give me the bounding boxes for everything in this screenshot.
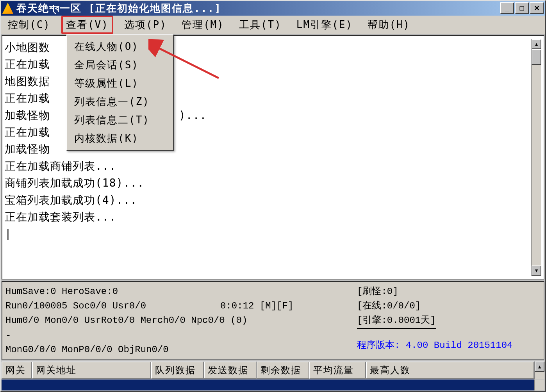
log-cursor: | (5, 225, 531, 242)
th-gateway[interactable]: 网关 (2, 362, 32, 379)
window-controls: _ □ ✕ (500, 2, 544, 14)
status-spawn: [刷怪:0] (357, 284, 541, 299)
menu-help[interactable]: 帮助(H) (364, 16, 414, 33)
log-line: 商铺列表加载成功(18)... (5, 175, 531, 191)
status-line: Run0/100005 Soc0/0 Usr0/00:0:12 [M][F] (5, 299, 353, 313)
th-max-users[interactable]: 最高人数 (366, 362, 534, 379)
status-line: Hum0/0 Mon0/0 UsrRot0/0 Merch0/0 Npc0/0 … (5, 313, 353, 328)
log-scrollbar[interactable]: ▲ ▼ (531, 39, 541, 276)
minimize-button[interactable]: _ (500, 2, 514, 14)
th-address[interactable]: 网关地址 (32, 362, 151, 379)
table-scrollbar[interactable]: ▲ (534, 362, 544, 379)
log-line: 正在加载商铺列表... (5, 158, 531, 175)
scroll-track[interactable] (532, 49, 541, 265)
table-row[interactable] (2, 380, 534, 390)
window-title: 吞天绝শ্ব一区 [正在初始化地图信息...] (16, 2, 500, 15)
titlebar: 吞天绝শ্ব一区 [正在初始化地图信息...] _ □ ✕ (1, 1, 545, 16)
menu-lm-engine[interactable]: LM引擎(E) (293, 16, 357, 33)
table-header-row: 网关 网关地址 队列数据 发送数据 剩余数据 平均流量 最高人数 (2, 362, 534, 379)
menubar: 控制(C) 查看(V) 选项(P) 管理(M) 工具(T) LM引擎(E) 帮助… (1, 16, 545, 34)
menu-manage[interactable]: 管理(M) (178, 16, 228, 33)
menu-options[interactable]: 选项(P) (120, 16, 171, 33)
status-line: - (5, 328, 353, 342)
dropdown-global-session[interactable]: 全局会话(S) (67, 56, 173, 74)
status-panel: HumSave:0 HeroSave:0 Run0/100005 Soc0/0 … (2, 281, 544, 360)
maximize-button[interactable]: □ (515, 2, 529, 14)
version-label: 程序版本: 4.00 Build 20151104 (357, 338, 541, 353)
log-line: 正在加载套装列表... (5, 208, 531, 225)
status-line: HumSave:0 HeroSave:0 (5, 284, 353, 299)
dropdown-online-chars[interactable]: 在线人物(O) (67, 37, 173, 56)
dropdown-list-info-1[interactable]: 列表信息一(Z) (67, 93, 173, 111)
th-remain[interactable]: 剩余数据 (257, 362, 309, 379)
gateway-table: 网关 网关地址 队列数据 发送数据 剩余数据 平均流量 最高人数 ▲ (2, 362, 544, 379)
th-queue[interactable]: 队列数据 (151, 362, 204, 379)
scroll-up-icon[interactable]: ▲ (535, 362, 544, 372)
app-icon (2, 3, 13, 14)
log-line: 宝箱列表加载成功(4)... (5, 192, 531, 208)
status-right: [刷怪:0] [在线:0/0/0] [引擎:0.0001天] 程序版本: 4.0… (353, 284, 541, 357)
status-left: HumSave:0 HeroSave:0 Run0/100005 Soc0/0 … (5, 284, 353, 357)
dropdown-level-attrs[interactable]: 等级属性(L) (67, 74, 173, 93)
close-button[interactable]: ✕ (530, 2, 544, 14)
scroll-thumb[interactable] (532, 49, 541, 65)
scroll-down-icon[interactable]: ▼ (532, 265, 541, 276)
th-send[interactable]: 发送数据 (204, 362, 257, 379)
status-engine: [引擎:0.0001天] (357, 313, 541, 328)
th-avg-flow[interactable]: 平均流量 (309, 362, 366, 379)
view-dropdown: 在线人物(O) 全局会话(S) 等级属性(L) 列表信息一(Z) 列表信息二(T… (66, 34, 174, 151)
scroll-up-icon[interactable]: ▲ (532, 39, 541, 49)
table-body (2, 380, 544, 390)
menu-tools[interactable]: 工具(T) (235, 16, 285, 33)
status-line: MonG0/0/0 MonP0/0/0 ObjRun0/0 (5, 342, 353, 357)
status-online: [在线:0/0/0] (357, 299, 541, 313)
menu-control[interactable]: 控制(C) (4, 16, 54, 33)
dropdown-list-info-2[interactable]: 列表信息二(T) (67, 111, 173, 129)
dropdown-kernel-data[interactable]: 内核数据(K) (67, 129, 173, 148)
table-scroll-track[interactable] (534, 380, 544, 390)
menu-view[interactable]: 查看(V) (61, 16, 113, 34)
